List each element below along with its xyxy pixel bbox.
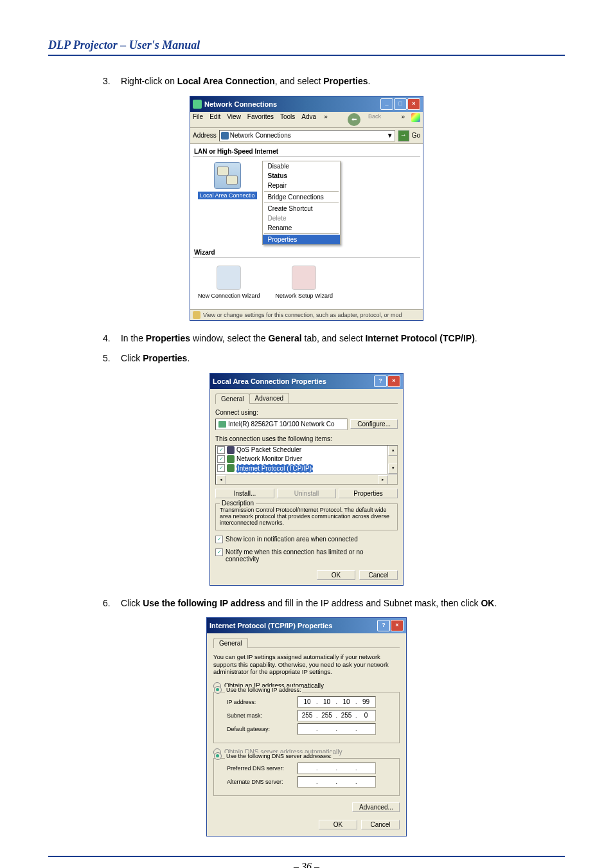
close-button[interactable]: × bbox=[387, 375, 400, 387]
window-titlebar[interactable]: Local Area Connection Properties ? × bbox=[210, 374, 403, 389]
use-ip-radio[interactable]: Use the following IP address: bbox=[214, 686, 395, 694]
gateway-label: Default gateway: bbox=[227, 726, 298, 732]
window-title: Internet Protocol (TCP/IP) Properties bbox=[209, 622, 332, 629]
ctx-rename[interactable]: Rename bbox=[263, 223, 340, 233]
subnet-mask-input[interactable]: 255. 255. 255. 0 bbox=[298, 710, 376, 721]
ctx-properties[interactable]: Properties bbox=[263, 235, 340, 244]
window-title: Network Connections bbox=[204, 100, 277, 108]
step-5: 5. Click Properties. bbox=[103, 352, 565, 365]
page-header: DLP Projector – User's Manual bbox=[48, 39, 565, 56]
scrollbar-vertical[interactable]: ▴ ▾ bbox=[387, 446, 397, 474]
cancel-button[interactable]: Cancel bbox=[359, 570, 398, 580]
help-button[interactable]: ? bbox=[374, 375, 387, 387]
ctx-repair[interactable]: Repair bbox=[263, 181, 340, 190]
tcp-description: You can get IP settings assigned automat… bbox=[213, 653, 400, 675]
step-4-num: 4. bbox=[103, 332, 118, 345]
component-icon bbox=[227, 455, 235, 463]
ok-button[interactable]: OK bbox=[319, 820, 357, 829]
menu-tools[interactable]: Tools bbox=[280, 113, 295, 126]
lac-label[interactable]: Local Area Connectio bbox=[198, 192, 257, 199]
tab-general[interactable]: General bbox=[213, 638, 248, 648]
section-wizard: Wizard bbox=[193, 248, 420, 258]
install-button[interactable]: Install... bbox=[215, 489, 274, 498]
wizard-icon bbox=[217, 266, 241, 290]
address-label: Address bbox=[193, 132, 217, 139]
alternate-dns-input[interactable]: . . . bbox=[298, 776, 376, 788]
items-label: This connection uses the following items… bbox=[215, 435, 398, 442]
preferred-dns-label: Preferred DNS server: bbox=[227, 765, 298, 772]
items-list[interactable]: ✓ QoS Packet Scheduler ✓ Network Monitor… bbox=[215, 445, 398, 485]
list-item: ✓ QoS Packet Scheduler bbox=[216, 446, 397, 455]
network-connections-window: Network Connections _ □ × File Edit View… bbox=[190, 96, 423, 321]
window-titlebar[interactable]: Network Connections _ □ × bbox=[190, 96, 423, 112]
ctx-shortcut[interactable]: Create Shortcut bbox=[263, 204, 340, 213]
menu-file[interactable]: File bbox=[193, 113, 203, 126]
step-3-num: 3. bbox=[103, 75, 118, 88]
show-icon-checkbox[interactable]: ✓ Show icon in notification area when co… bbox=[215, 536, 398, 543]
tcpip-properties-window: Internet Protocol (TCP/IP) Properties ? … bbox=[206, 617, 407, 836]
new-connection-wizard[interactable]: New Connection Wizard bbox=[198, 263, 260, 299]
close-button[interactable]: × bbox=[391, 620, 404, 631]
list-item: ✓ Internet Protocol (TCP/IP) bbox=[216, 464, 397, 473]
back-button[interactable]: ⬅ bbox=[348, 113, 360, 126]
ctx-bridge[interactable]: Bridge Connections bbox=[263, 192, 340, 202]
configure-button[interactable]: Configure... bbox=[350, 419, 398, 429]
lac-icon[interactable] bbox=[214, 162, 241, 189]
gateway-input[interactable]: . . . bbox=[298, 723, 376, 735]
menubar: File Edit View Favorites Tools Adva » ⬅ … bbox=[190, 112, 423, 128]
list-item: ✓ Network Monitor Driver bbox=[216, 455, 397, 464]
network-setup-wizard[interactable]: Network Setup Wizard bbox=[276, 263, 333, 299]
page-footer: – 36 – bbox=[48, 856, 565, 868]
menu-view[interactable]: View bbox=[227, 113, 241, 126]
window-title: Local Area Connection Properties bbox=[213, 377, 326, 385]
section-lan: LAN or High-Speed Internet bbox=[193, 147, 420, 157]
component-icon bbox=[227, 446, 235, 454]
properties-button[interactable]: Properties bbox=[339, 489, 398, 498]
lac-properties-window: Local Area Connection Properties ? × Gen… bbox=[209, 373, 404, 586]
adapter-field: Intel(R) 82562GT 10/100 Network Co bbox=[215, 419, 348, 430]
advanced-button[interactable]: Advanced... bbox=[352, 802, 400, 812]
menu-favorites[interactable]: Favorites bbox=[247, 113, 274, 126]
step-3: 3. Right-click on Local Area Connection,… bbox=[103, 75, 565, 88]
network-icon bbox=[193, 100, 202, 109]
use-dns-radio[interactable]: Use the following DNS server addresses: bbox=[214, 752, 395, 760]
ctx-disable[interactable]: Disable bbox=[263, 161, 340, 171]
ip-address-input[interactable]: 10. 10. 10. 99 bbox=[298, 696, 376, 708]
statusbar: View or change settings for this connect… bbox=[190, 309, 423, 320]
preferred-dns-input[interactable]: . . . bbox=[298, 763, 376, 774]
window-titlebar[interactable]: Internet Protocol (TCP/IP) Properties ? … bbox=[207, 618, 406, 633]
step-6-num: 6. bbox=[103, 597, 118, 610]
uninstall-button: Uninstall bbox=[277, 489, 336, 498]
wizard-icon bbox=[292, 266, 316, 290]
go-button[interactable]: → bbox=[398, 130, 409, 141]
alternate-dns-label: Alternate DNS server: bbox=[227, 779, 298, 785]
minimize-button[interactable]: _ bbox=[380, 98, 393, 110]
notify-checkbox[interactable]: ✓ Notify me when this connection has lim… bbox=[215, 548, 398, 563]
description-group: Description Transmission Control Protoco… bbox=[215, 503, 398, 530]
checkbox-icon[interactable]: ✓ bbox=[217, 464, 225, 472]
address-field[interactable]: Network Connections ▼ bbox=[219, 130, 395, 141]
help-button[interactable]: ? bbox=[377, 620, 390, 631]
ctx-status[interactable]: Status bbox=[263, 171, 340, 181]
cancel-button[interactable]: Cancel bbox=[361, 820, 400, 829]
step-6: 6. Click Use the following IP address an… bbox=[103, 597, 565, 610]
checkbox-icon[interactable]: ✓ bbox=[217, 455, 225, 463]
menu-advanced[interactable]: Adva bbox=[301, 113, 316, 126]
maximize-button[interactable]: □ bbox=[394, 98, 407, 110]
step-5-num: 5. bbox=[103, 352, 118, 365]
tab-general[interactable]: General bbox=[215, 393, 250, 404]
component-icon bbox=[227, 464, 235, 472]
close-button[interactable]: × bbox=[407, 98, 420, 110]
nic-icon bbox=[218, 421, 226, 428]
ok-button[interactable]: OK bbox=[317, 570, 355, 580]
context-menu: Disable Status Repair Bridge Connections… bbox=[262, 161, 341, 245]
ip-address-label: IP address: bbox=[227, 699, 298, 705]
menu-edit[interactable]: Edit bbox=[209, 113, 220, 126]
windows-flag-icon bbox=[411, 113, 420, 122]
scrollbar-horizontal[interactable]: ◂ ▸ bbox=[216, 475, 397, 484]
checkbox-icon[interactable]: ✓ bbox=[217, 446, 225, 454]
back-label: Back bbox=[368, 113, 381, 126]
connect-using-label: Connect using: bbox=[215, 409, 398, 416]
tab-advanced[interactable]: Advanced bbox=[249, 393, 289, 403]
step-4: 4. In the Properties window, select the … bbox=[103, 332, 565, 345]
